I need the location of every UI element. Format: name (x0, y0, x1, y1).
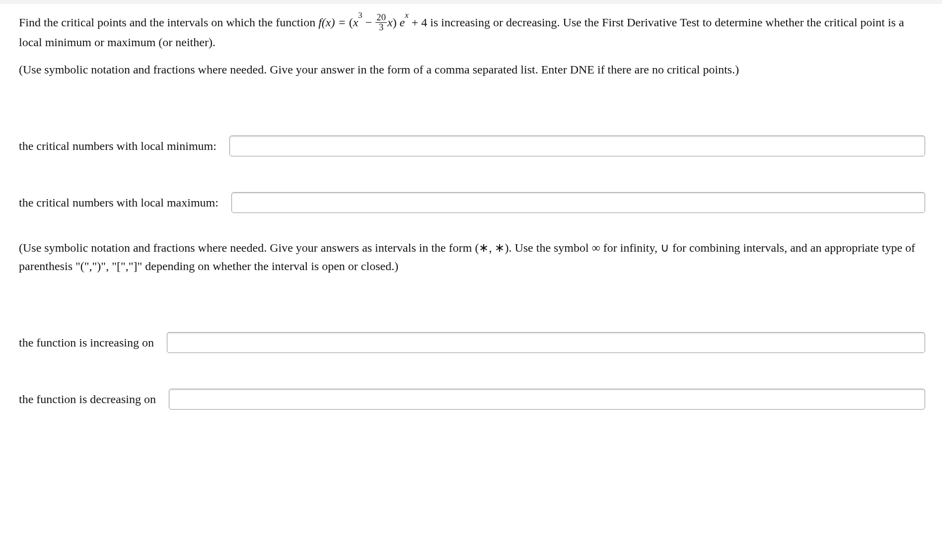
input-local-min[interactable] (229, 136, 925, 156)
fraction-numerator: 20 (375, 13, 387, 22)
row-local-max: the critical numbers with local maximum: (19, 192, 925, 213)
label-local-min: the critical numbers with local minimum: (19, 140, 229, 153)
top-bar (0, 0, 942, 4)
input-decreasing[interactable] (169, 389, 925, 410)
expr-minus: − (362, 16, 375, 29)
input-local-max[interactable] (231, 192, 925, 213)
expr-sup-x: x (405, 10, 408, 20)
expr-open: ( (349, 16, 353, 29)
expr-plus-4: + 4 (409, 16, 428, 29)
problem-text-prefix: Find the critical points and the interva… (19, 16, 318, 29)
instruction-2: (Use symbolic notation and fractions whe… (19, 239, 925, 276)
row-increasing: the function is increasing on (19, 332, 925, 353)
expr-x3-base: x (353, 16, 359, 29)
expr-x: x (387, 16, 393, 29)
problem-statement: Find the critical points and the interva… (19, 13, 925, 52)
input-increasing[interactable] (167, 332, 925, 353)
spacer-2 (19, 286, 925, 317)
instruction-1: (Use symbolic notation and fractions whe… (19, 61, 925, 79)
row-decreasing: the function is decreasing on (19, 389, 925, 410)
label-increasing: the function is increasing on (19, 336, 167, 350)
label-local-max: the critical numbers with local maximum: (19, 196, 231, 210)
expr-sup-3: 3 (358, 10, 362, 20)
expr-e: e (400, 16, 405, 29)
expr-fraction: 203 (375, 13, 387, 32)
fraction-denominator: 3 (375, 22, 387, 32)
label-decreasing: the function is decreasing on (19, 393, 169, 406)
expr-close: ) (393, 16, 400, 29)
fx-label: f(x) = (318, 16, 349, 29)
spacer (19, 88, 925, 121)
content-area: Find the critical points and the interva… (0, 4, 942, 434)
row-local-min: the critical numbers with local minimum: (19, 136, 925, 156)
page-root: Find the critical points and the interva… (0, 0, 942, 434)
